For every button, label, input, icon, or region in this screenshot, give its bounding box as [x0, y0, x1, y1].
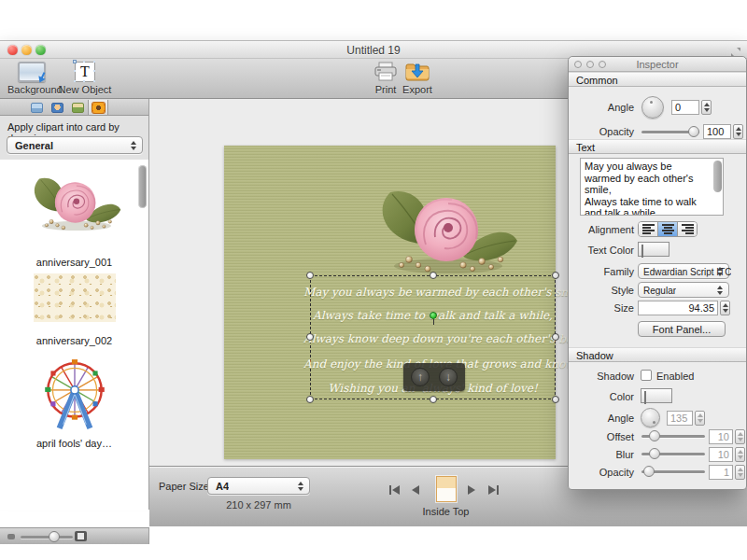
style-value: Regular: [643, 285, 676, 295]
resize-handle-se[interactable]: [552, 396, 559, 403]
inspector-titlebar[interactable]: Inspector: [569, 57, 746, 72]
rotation-stem: [433, 319, 434, 325]
resize-handle-ne[interactable]: [552, 272, 559, 279]
family-select[interactable]: Edwardian Script ITC: [638, 263, 729, 279]
tab-backgrounds[interactable]: [67, 100, 88, 115]
shadow-color-well[interactable]: [641, 388, 672, 403]
inspector-panel: Inspector Common Angle 0 Opacity 100 Tex…: [568, 56, 747, 490]
opacity-label: Opacity: [569, 126, 634, 137]
thumbnail-size-slider[interactable]: [21, 536, 73, 539]
angle-knob[interactable]: [641, 96, 664, 119]
clipart-item-anniversary-001[interactable]: anniversary_001: [0, 173, 148, 268]
prev-page-button[interactable]: [412, 485, 419, 495]
text-color-row: Text Color: [569, 242, 746, 257]
shadow-blur-value[interactable]: 10: [709, 447, 733, 462]
list-scrollbar[interactable]: [138, 165, 147, 208]
card-page[interactable]: May you always be warmed by each other's…: [224, 146, 556, 459]
shadow-blur-stepper[interactable]: [735, 447, 745, 462]
angle-stepper[interactable]: [701, 100, 712, 115]
character-icon: [51, 103, 63, 113]
family-row: Family Edwardian Script ITC: [569, 263, 746, 279]
text-scrollbar[interactable]: [713, 161, 722, 192]
align-left-button[interactable]: [639, 222, 658, 236]
shadow-enabled-checkbox[interactable]: [641, 370, 652, 381]
align-right-button[interactable]: [678, 222, 697, 236]
shadow-offset-value[interactable]: 10: [709, 429, 733, 444]
thumbnail-size-bar: [0, 527, 149, 544]
print-button[interactable]: Print: [372, 62, 400, 95]
tab-photos[interactable]: [26, 100, 47, 115]
shadow-enabled-label: Enabled: [656, 371, 694, 382]
angle-value[interactable]: 0: [671, 100, 699, 115]
send-backward-button[interactable]: ↓: [439, 368, 458, 386]
shadow-angle-stepper[interactable]: [695, 411, 705, 426]
export-label: Export: [402, 84, 433, 95]
large-size-icon: [75, 531, 87, 541]
resize-handle-n[interactable]: [430, 272, 437, 279]
shadow-angle-knob[interactable]: [641, 408, 660, 427]
align-center-icon: [662, 224, 674, 234]
category-value: General: [15, 140, 53, 151]
new-object-button[interactable]: T New Object: [58, 62, 112, 95]
align-right-icon: [682, 224, 694, 234]
dropdown-arrows-icon: [717, 267, 724, 276]
ferris-wheel-thumbnail: [36, 357, 113, 430]
tab-characters[interactable]: [47, 100, 67, 115]
shadow-blur-slider[interactable]: [641, 448, 705, 459]
resize-handle-w[interactable]: [306, 333, 314, 341]
first-page-icon[interactable]: [389, 485, 391, 495]
text-color-well[interactable]: [638, 242, 669, 257]
angle-label: Angle: [569, 102, 634, 113]
shadow-offset-stepper[interactable]: [735, 429, 745, 444]
export-button[interactable]: Export: [402, 62, 433, 95]
next-page-button[interactable]: [468, 485, 475, 495]
slider-thumb[interactable]: [49, 531, 60, 542]
rose-thumbnail: [20, 173, 130, 232]
inspector-title: Inspector: [569, 59, 746, 70]
rotation-handle[interactable]: [430, 312, 437, 319]
new-object-label: New Object: [58, 84, 112, 95]
opacity-stepper[interactable]: [733, 124, 743, 139]
resize-handle-sw[interactable]: [306, 396, 314, 403]
last-page-button[interactable]: [488, 485, 496, 495]
resize-handle-nw[interactable]: [306, 272, 314, 279]
text-content-field[interactable]: May you always be warmed by each other's…: [580, 158, 724, 216]
resize-handle-e[interactable]: [552, 333, 559, 341]
family-label: Family: [569, 266, 634, 277]
shadow-opacity-stepper[interactable]: [735, 465, 745, 480]
resize-handle-s[interactable]: [430, 396, 437, 403]
size-value[interactable]: 94.35: [638, 301, 718, 315]
shadow-offset-row: Offset 10: [569, 430, 746, 443]
shadow-blur-row: Blur 10: [569, 448, 746, 461]
opacity-slider[interactable]: [641, 126, 699, 137]
background-icon: [18, 62, 46, 82]
last-page-icon[interactable]: [497, 485, 499, 495]
print-label: Print: [372, 84, 400, 95]
opacity-value[interactable]: 100: [703, 124, 731, 139]
sunflower-icon: [92, 103, 105, 113]
first-page-button[interactable]: [392, 485, 400, 495]
sidebar: Apply clipart into card by dragging Gene…: [0, 99, 149, 510]
bring-forward-button[interactable]: ↑: [411, 368, 430, 386]
clipart-list: anniversary_001 anniversary_002: [0, 160, 148, 510]
category-select[interactable]: General: [7, 136, 143, 154]
shadow-opacity-row: Opacity 1: [569, 466, 746, 479]
shadow-angle-value[interactable]: 135: [667, 411, 693, 426]
background-button[interactable]: Background: [7, 62, 56, 95]
fullscreen-icon[interactable]: [730, 45, 741, 56]
tab-clipart[interactable]: [88, 100, 108, 115]
print-icon: [374, 62, 398, 82]
font-panel-button[interactable]: Font Panel...: [638, 321, 726, 337]
shadow-opacity-slider[interactable]: [641, 466, 705, 477]
shadow-opacity-value[interactable]: 1: [709, 465, 733, 480]
small-size-icon: [7, 534, 15, 539]
paper-size-select[interactable]: A4: [207, 477, 310, 495]
align-center-button[interactable]: [658, 222, 678, 236]
style-select[interactable]: Regular: [638, 282, 729, 298]
size-stepper[interactable]: [720, 301, 730, 315]
clipart-item-april-fools[interactable]: april fools' day…: [0, 357, 148, 449]
shadow-offset-slider[interactable]: [641, 430, 705, 441]
page-thumbnail[interactable]: [436, 476, 457, 502]
rose-image[interactable]: [366, 183, 525, 276]
clipart-item-anniversary-002[interactable]: anniversary_002: [0, 273, 148, 346]
